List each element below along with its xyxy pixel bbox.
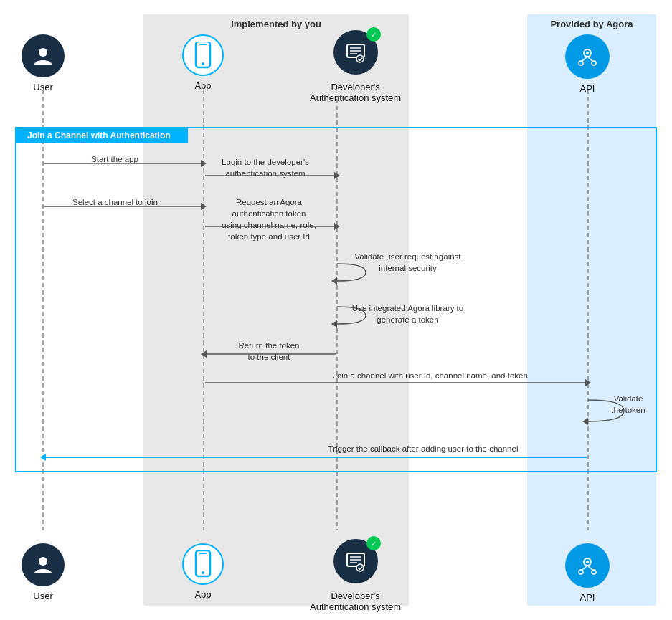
svg-point-10 xyxy=(579,61,583,65)
auth-badge-bottom: ✓ xyxy=(366,536,381,550)
svg-point-52 xyxy=(586,561,589,563)
auth-badge: ✓ xyxy=(366,27,381,42)
svg-point-8 xyxy=(356,55,364,62)
svg-point-48 xyxy=(579,570,583,574)
actor-api-bottom: API xyxy=(565,543,610,603)
actor-app-top: App xyxy=(182,34,224,91)
svg-point-11 xyxy=(592,61,596,65)
msg-validate-token: Validatethe token xyxy=(592,393,664,416)
svg-point-0 xyxy=(39,48,47,57)
actor-auth-top: ✓ Developer's Authentication system xyxy=(310,30,401,103)
svg-point-46 xyxy=(356,564,364,571)
actor-auth-bottom: ✓ Developer's Authentication system xyxy=(310,539,401,612)
msg-return-token: Return the tokento the client xyxy=(222,340,316,363)
svg-line-50 xyxy=(582,566,587,570)
auth-icon-top: ✓ xyxy=(333,30,378,75)
auth-label1-bottom: Developer's xyxy=(310,591,401,601)
svg-point-3 xyxy=(202,62,204,65)
seq-box-title: Join a Channel with Authentication xyxy=(20,129,178,142)
msg-validate-request: Validate user request againstinternal se… xyxy=(341,251,474,274)
msg-start-app: Start the app xyxy=(72,153,158,165)
app-icon-bottom xyxy=(182,543,224,585)
auth-label1-top: Developer's xyxy=(310,82,401,92)
auth-icon-bottom: ✓ xyxy=(333,539,378,583)
api-icon-top xyxy=(565,34,610,79)
svg-point-14 xyxy=(586,52,589,54)
svg-marker-37 xyxy=(40,454,46,461)
agora-region xyxy=(527,14,656,606)
svg-line-13 xyxy=(587,57,592,61)
api-label-top: API xyxy=(580,83,595,94)
svg-point-41 xyxy=(202,571,204,574)
user-label-top: User xyxy=(33,82,52,92)
svg-point-38 xyxy=(39,557,47,566)
msg-trigger-callback: Trigger the callback after adding user t… xyxy=(301,443,545,454)
auth-label2-top: Authentication system xyxy=(310,92,401,103)
app-label-bottom: App xyxy=(194,589,211,600)
msg-request-token: Request an Agoraauthentication tokenusin… xyxy=(208,196,330,242)
actor-user-top: User xyxy=(22,34,65,92)
actor-user-bottom: User xyxy=(22,543,65,601)
diagram-container: Implemented by you Provided by Agora Use… xyxy=(0,0,672,620)
app-icon-top xyxy=(182,34,224,76)
svg-rect-2 xyxy=(199,44,207,45)
actor-api-top: API xyxy=(565,34,610,94)
svg-rect-40 xyxy=(199,553,207,554)
msg-join-channel: Join a channel with user Id, channel nam… xyxy=(308,370,552,381)
user-icon-bottom xyxy=(22,543,65,586)
svg-line-51 xyxy=(587,566,592,570)
api-label-bottom: API xyxy=(580,592,595,603)
user-icon-top xyxy=(22,34,65,77)
api-icon-bottom xyxy=(565,543,610,588)
app-label-top: App xyxy=(194,80,211,91)
user-label-bottom: User xyxy=(33,591,52,601)
msg-select-channel: Select a channel to join xyxy=(63,196,167,208)
msg-generate-token: Use integrated Agora library togenerate … xyxy=(341,302,474,325)
msg-login-auth: Login to the developer'sauthentication s… xyxy=(208,156,323,179)
auth-label2-bottom: Authentication system xyxy=(310,601,401,612)
svg-point-49 xyxy=(592,570,596,574)
actor-app-bottom: App xyxy=(182,543,224,600)
agora-label: Provided by Agora xyxy=(527,19,656,29)
svg-line-12 xyxy=(582,57,587,61)
